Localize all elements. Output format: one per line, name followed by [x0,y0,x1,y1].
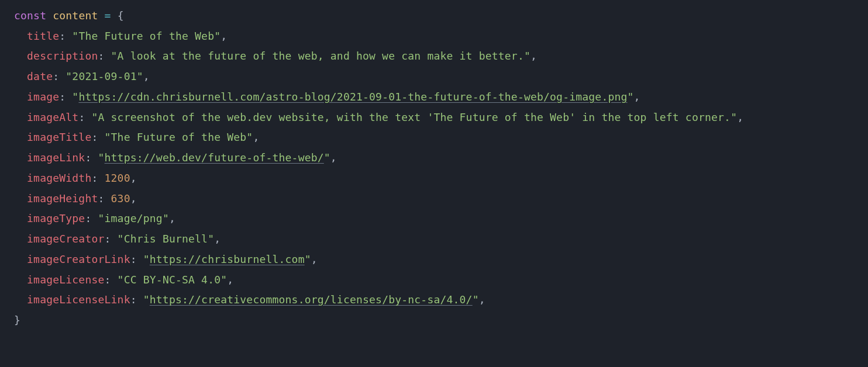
prop-val-imagelicense: "CC BY-NC-SA 4.0" [118,273,228,286]
prop-val-imagetype: "image/png" [98,212,169,224]
prop-val-description: "A look at the future of the web, and ho… [111,50,531,62]
prop-key-imagewidth: imageWidth [27,172,91,184]
prop-val-imageheight: 630 [111,192,130,205]
prop-val-image[interactable]: https://cdn.chrisburnell.com/astro-blog/… [78,91,627,103]
prop-key-imagetype: imageType [27,212,85,224]
prop-val-date: "2021-09-01" [66,70,143,82]
prop-val-imagewidth: 1200 [105,172,130,184]
prop-val-imagetitle: "The Future of the Web" [105,131,253,143]
brace-open: { [118,9,124,22]
prop-key-imagelink: imageLink [27,151,85,164]
prop-key-imagelicense: imageLicense [27,273,104,286]
prop-key-title: title [27,30,59,42]
operator-equals: = [105,9,111,22]
prop-key-imagecreator: imageCreator [27,233,104,245]
prop-key-imagecreatorlink: imageCreatorLink [27,253,130,265]
prop-key-imagelicenselink: imageLicenseLink [27,293,130,306]
prop-key-date: date [27,70,53,82]
prop-val-imagealt: "A screenshot of the web.dev website, wi… [91,111,737,123]
keyword-const: const [14,9,46,22]
prop-val-title: "The Future of the Web" [72,30,221,42]
prop-key-image: image [27,91,59,103]
prop-key-imagetitle: imageTitle [27,131,91,143]
variable-name: content [53,9,98,22]
prop-key-imageheight: imageHeight [27,192,98,205]
code-block: const content = { title: "The Future of … [14,6,854,331]
prop-val-imagecreator: "Chris Burnell" [118,233,215,245]
prop-val-imagelicenselink[interactable]: https://creativecommons.org/licenses/by-… [150,293,473,306]
prop-key-description: description [27,50,98,62]
prop-key-imagealt: imageAlt [27,111,78,123]
prop-val-imagecreatorlink[interactable]: https://chrisburnell.com [150,253,305,265]
brace-close: } [14,314,20,326]
prop-val-imagelink[interactable]: https://web.dev/future-of-the-web/ [105,151,324,164]
